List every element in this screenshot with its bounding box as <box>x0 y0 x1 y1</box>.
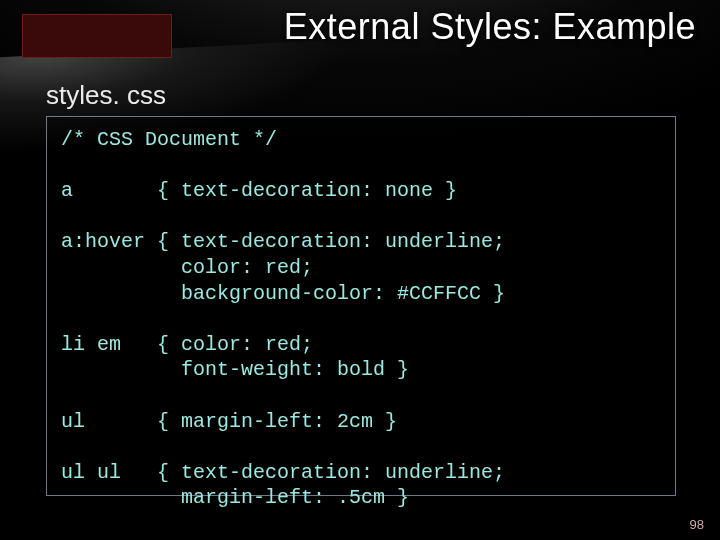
logo-placeholder <box>22 14 172 58</box>
code-line: a:hover { text-decoration: underline; <box>61 230 505 253</box>
code-line: li em { color: red; <box>61 333 313 356</box>
code-block: /* CSS Document */ a { text-decoration: … <box>61 127 661 511</box>
code-line: font-weight: bold } <box>61 358 409 381</box>
slide: External Styles: Example styles. css /* … <box>0 0 720 540</box>
code-line: color: red; <box>61 256 313 279</box>
code-line: background-color: #CCFFCC } <box>61 282 505 305</box>
code-line: /* CSS Document */ <box>61 128 277 151</box>
slide-title: External Styles: Example <box>284 6 696 48</box>
page-number: 98 <box>690 517 704 532</box>
code-box: /* CSS Document */ a { text-decoration: … <box>46 116 676 496</box>
code-line: ul ul { text-decoration: underline; <box>61 461 505 484</box>
code-line: margin-left: .5cm } <box>61 486 409 509</box>
code-line: a { text-decoration: none } <box>61 179 457 202</box>
code-line: ul { margin-left: 2cm } <box>61 410 397 433</box>
filename-label: styles. css <box>46 80 166 111</box>
